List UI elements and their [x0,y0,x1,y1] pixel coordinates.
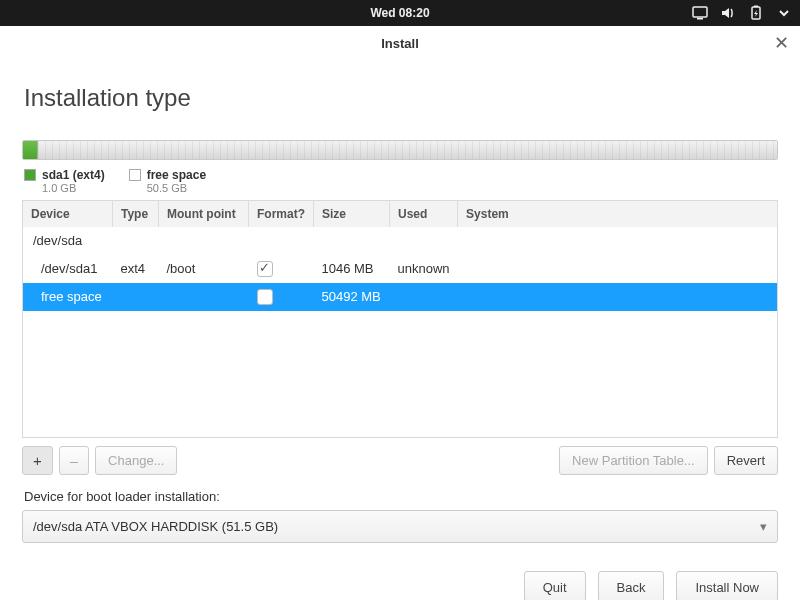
swatch-icon [129,169,141,181]
legend-sub: 50.5 GB [147,182,206,194]
cell-system [458,254,778,283]
col-mount[interactable]: Mount point [159,201,249,228]
cell-used: unknown [390,254,458,283]
svg-rect-0 [693,7,707,17]
clock[interactable]: Wed 08:20 [0,6,800,20]
col-type[interactable]: Type [113,201,159,228]
chevron-down-icon[interactable] [776,5,792,21]
legend-item-used: sda1 (ext4) 1.0 GB [24,168,105,194]
legend-label: sda1 (ext4) [42,168,105,182]
svg-rect-1 [697,18,703,20]
window-titlebar: Install ✕ [0,26,800,60]
legend-item-free: free space 50.5 GB [129,168,206,194]
quit-button[interactable]: Quit [524,571,586,600]
cell-size: 1046 MB [314,254,390,283]
new-partition-table-button[interactable]: New Partition Table... [559,446,708,475]
cell-format [249,254,314,283]
swatch-icon [24,169,36,181]
cell-used [390,283,458,312]
col-size[interactable]: Size [314,201,390,228]
volume-icon[interactable] [720,5,736,21]
select-value: /dev/sda ATA VBOX HARDDISK (51.5 GB) [33,519,278,534]
col-device[interactable]: Device [23,201,113,228]
cell-device: /dev/sda [23,227,778,254]
battery-icon[interactable] [748,5,764,21]
col-system[interactable]: System [458,201,778,228]
install-now-button[interactable]: Install Now [676,571,778,600]
disk-legend: sda1 (ext4) 1.0 GB free space 50.5 GB [24,168,778,194]
page-heading: Installation type [24,84,778,112]
change-partition-button[interactable]: Change... [95,446,177,475]
svg-rect-3 [754,6,758,8]
table-empty-space [23,311,778,437]
table-header-row: Device Type Mount point Format? Size Use… [23,201,778,228]
format-checkbox[interactable] [257,261,273,277]
col-format[interactable]: Format? [249,201,314,228]
close-button[interactable]: ✕ [770,32,792,54]
system-top-bar: Wed 08:20 [0,0,800,26]
cell-size: 50492 MB [314,283,390,312]
screen-icon[interactable] [692,5,708,21]
table-row-partition[interactable]: /dev/sda1 ext4 /boot 1046 MB unknown [23,254,778,283]
cell-device: /dev/sda1 [23,254,113,283]
add-partition-button[interactable]: + [22,446,53,475]
revert-button[interactable]: Revert [714,446,778,475]
legend-label: free space [147,168,206,182]
col-used[interactable]: Used [390,201,458,228]
cell-format [249,283,314,312]
bar-segment-sda1 [23,141,38,159]
back-button[interactable]: Back [598,571,665,600]
bootloader-label: Device for boot loader installation: [24,489,778,504]
legend-sub: 1.0 GB [42,182,105,194]
cell-mount: /boot [159,254,249,283]
format-checkbox[interactable] [257,289,273,305]
bar-segment-free [38,141,777,159]
cell-mount [159,283,249,312]
cell-device: free space [23,283,113,312]
cell-system [458,283,778,312]
remove-partition-button[interactable]: – [59,446,89,475]
table-row-disk[interactable]: /dev/sda [23,227,778,254]
window-title: Install [381,36,419,51]
disk-usage-bar[interactable] [22,140,778,160]
cell-type [113,283,159,312]
bootloader-device-select[interactable]: /dev/sda ATA VBOX HARDDISK (51.5 GB) ▾ [22,510,778,543]
table-row-freespace[interactable]: free space 50492 MB [23,283,778,312]
partition-table[interactable]: Device Type Mount point Format? Size Use… [22,200,778,438]
chevron-down-icon: ▾ [760,519,767,534]
cell-type: ext4 [113,254,159,283]
